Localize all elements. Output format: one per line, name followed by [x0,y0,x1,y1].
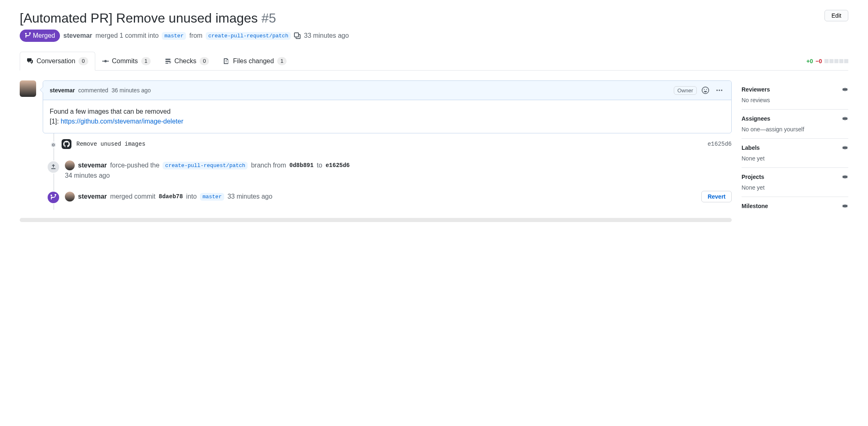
tab-checks-label: Checks [175,57,196,65]
tab-files[interactable]: Files changed 1 [216,52,294,71]
force-push-icon [47,160,60,174]
tab-files-count: 1 [277,57,287,65]
kebab-icon[interactable] [714,85,725,96]
commit-message[interactable]: Remove unused images [76,141,145,147]
forcepush-author[interactable]: stevemar [78,162,107,169]
tab-commits-count: 1 [141,57,151,65]
sidebar-assignees-title: Assignees [742,115,770,122]
avatar[interactable] [65,160,75,170]
pr-sidebar: Reviewers No reviews Assignees No one—as… [742,80,848,219]
svg-point-2 [721,89,722,91]
merge-time2[interactable]: 33 minutes ago [227,193,272,200]
diff-deletions: −0 [815,58,822,64]
owner-badge: Owner [674,86,697,95]
tab-commits-label: Commits [112,57,138,65]
forcepush-to: to [317,162,322,169]
merge-sha[interactable]: 8daeb78 [159,193,183,200]
from-word: from [189,32,202,39]
checks-icon [165,58,171,64]
comment-author[interactable]: stevemar [50,87,75,94]
file-diff-icon [223,58,230,64]
state-label: Merged [33,32,55,39]
horizontal-scrollbar[interactable] [20,218,732,222]
base-branch[interactable]: master [162,32,186,40]
tab-commits[interactable]: Commits 1 [95,52,158,71]
sidebar-reviewers-title: Reviewers [742,86,770,93]
emoji-icon[interactable] [700,85,711,96]
merge-icon [25,32,31,39]
diff-boxes [824,59,848,63]
sidebar-reviewers-body: No reviews [742,97,848,103]
gear-icon[interactable] [842,174,848,180]
merge-into: into [186,193,197,200]
tab-checks[interactable]: Checks 0 [158,52,216,71]
merge-text1: merged commit [110,193,155,200]
svg-point-3 [53,144,55,146]
gear-icon[interactable] [842,203,848,209]
diff-additions: +0 [806,58,813,64]
tab-conversation[interactable]: Conversation 0 [20,52,95,71]
merge-time: 33 minutes ago [304,32,349,39]
comment-body: Found a few images that can be removed [… [43,100,731,133]
state-merged-badge: Merged [20,30,60,42]
forcepush-time[interactable]: 34 minutes ago [65,172,732,179]
comment-box: stevemar commented 36 minutes ago Owner [43,80,732,133]
sidebar-milestone-title: Milestone [742,203,768,209]
sidebar-labels-body: None yet [742,155,848,162]
comment-time[interactable]: 36 minutes ago [112,87,151,94]
tab-files-label: Files changed [233,57,274,65]
svg-point-0 [716,89,718,91]
svg-point-1 [719,89,720,91]
commit-dot-icon [50,142,57,148]
forcepush-branch[interactable]: create-pull-request/patch [163,162,248,169]
tab-checks-count: 0 [200,57,209,65]
merge-badge-icon [47,191,60,204]
forcepush-sha-old[interactable]: 0d8b891 [289,162,314,169]
commit-sha[interactable]: e1625d6 [707,141,732,147]
gear-icon[interactable] [842,86,848,93]
sidebar-projects-title: Projects [742,174,764,180]
pr-tabs: Conversation 0 Commits 1 Checks 0 Files … [20,52,848,71]
gear-icon[interactable] [842,115,848,122]
forcepush-text2: branch from [251,162,286,169]
pr-number: #5 [262,11,276,25]
pr-title-text: [Automated PR] Remove unused images [20,11,258,25]
pr-meta: Merged stevemar merged 1 commit into mas… [20,30,848,42]
gear-icon[interactable] [842,144,848,151]
merge-verb: merged 1 commit into [96,32,159,39]
sidebar-projects-body: None yet [742,184,848,191]
comment-verb: commented [78,87,108,94]
avatar[interactable] [20,80,36,97]
tab-conversation-label: Conversation [37,57,75,65]
copy-icon[interactable] [294,32,301,39]
sidebar-labels-title: Labels [742,144,760,151]
forcepush-text1: force-pushed the [110,162,159,169]
conversation-icon [27,58,33,64]
merge-author[interactable]: stevemar [63,32,92,39]
comment-line1: Found a few images that can be removed [50,107,725,117]
github-avatar-icon[interactable] [62,139,71,149]
comment-link-prefix: [1]: [50,118,61,125]
diffstat: +0 −0 [806,58,848,64]
edit-button[interactable]: Edit [824,10,848,21]
forcepush-sha-new[interactable]: e1625d6 [326,162,350,169]
tab-conversation-count: 0 [78,57,88,65]
avatar[interactable] [65,192,75,202]
commit-icon [102,58,109,64]
merge-author2[interactable]: stevemar [78,193,107,200]
sidebar-assignees-body[interactable]: No one—assign yourself [742,126,848,133]
comment-link[interactable]: https://github.com/stevemar/image-delete… [61,118,184,125]
revert-button[interactable]: Revert [701,191,732,202]
pr-title: [Automated PR] Remove unused images #5 [20,10,276,26]
head-branch[interactable]: create-pull-request/patch [206,32,291,40]
merge-branch[interactable]: master [200,193,224,201]
